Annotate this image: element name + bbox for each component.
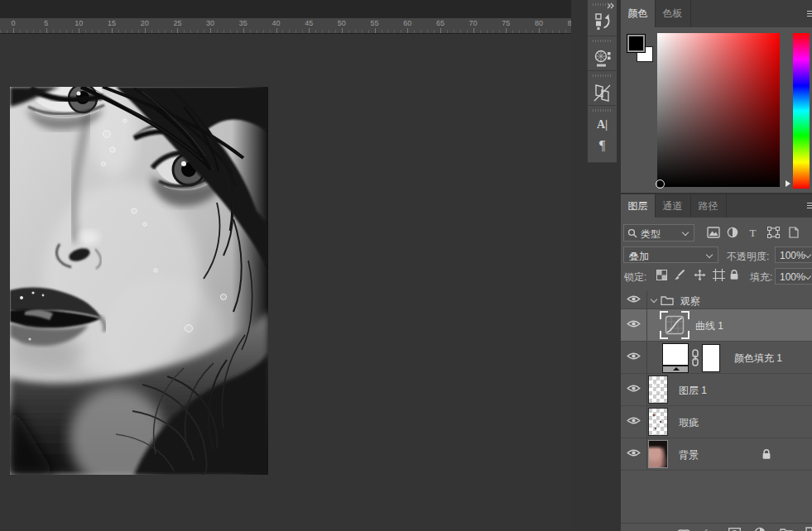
lock-image-pixels-icon[interactable] (674, 269, 685, 284)
threed-panel-icon[interactable] (593, 49, 612, 71)
ruler-tick (158, 30, 159, 33)
svg-text:fx: fx (704, 528, 711, 531)
photoshop-window: { "ruler": { "labels": ["0","5","10","15… (0, 0, 812, 531)
layer-visibility-toggle[interactable] (621, 374, 647, 405)
portrait-photo (10, 87, 268, 475)
tab-channels[interactable]: 通道 (655, 194, 691, 218)
ruler-tick (66, 30, 67, 33)
ruler-tick-label: 25 (173, 19, 181, 27)
ruler-tick (440, 28, 441, 33)
lock-transparent-pixels-icon[interactable] (656, 269, 667, 284)
curves-thumbnail[interactable] (660, 311, 689, 339)
type-layers-filter-icon[interactable]: T (747, 227, 758, 242)
panel-menu-icon[interactable] (807, 203, 812, 209)
layer-visibility-toggle[interactable] (621, 438, 647, 470)
ruler-tick (125, 30, 126, 33)
lock-label: 锁定: (624, 270, 646, 285)
svg-text:T: T (750, 227, 757, 238)
lock-artboard-icon[interactable] (713, 269, 725, 285)
layer-row[interactable]: 瑕疵 (621, 406, 812, 438)
ruler-tick (60, 30, 60, 33)
tab-paths[interactable]: 路径 (690, 194, 727, 218)
document-image[interactable] (10, 87, 268, 475)
paragraph-panel-icon[interactable]: ¶ (599, 138, 605, 153)
history-panel-icon[interactable] (593, 12, 612, 34)
ruler-tick-label: 65 (436, 19, 444, 27)
shape-layers-filter-icon[interactable] (767, 227, 780, 242)
ruler-tick (420, 30, 421, 33)
ruler-tick-label: 50 (338, 19, 346, 27)
panel-menu-icon[interactable] (807, 11, 812, 17)
ruler-tick (506, 28, 507, 33)
character-panel-icon[interactable]: A| (597, 118, 608, 132)
ruler-tick (263, 30, 264, 33)
layer-visibility-toggle[interactable] (621, 309, 647, 341)
layers-bottom-bar: fx (621, 523, 812, 531)
ruler-tick (237, 30, 238, 33)
grip-handle[interactable] (593, 74, 613, 77)
color-picker-ring[interactable] (656, 179, 665, 189)
grip-handle[interactable] (593, 109, 613, 112)
layer-mask-thumbnail[interactable] (702, 344, 720, 372)
layer-thumbnail[interactable] (648, 408, 668, 436)
link-layers-icon[interactable] (677, 527, 690, 531)
foreground-color-swatch[interactable] (627, 34, 646, 53)
ruler-tick-label: 15 (108, 19, 116, 27)
tab-swatches[interactable]: 色板 (655, 0, 691, 27)
ruler-tick (223, 30, 224, 33)
fill-layer-thumbnail[interactable] (662, 343, 689, 366)
grip-handle[interactable] (593, 3, 613, 6)
new-group-icon[interactable] (780, 527, 793, 531)
layer-thumbnail[interactable] (648, 440, 668, 468)
ruler-tick (105, 30, 106, 33)
new-adjustment-layer-icon[interactable] (754, 527, 766, 531)
blend-mode-select[interactable]: 叠加 (623, 246, 718, 263)
lock-all-icon[interactable] (729, 269, 739, 284)
layer-row[interactable]: 背景 (621, 438, 812, 471)
layer-comps-panel-icon[interactable] (593, 84, 612, 106)
link-mask-icon[interactable] (691, 349, 699, 369)
ruler-tick-label: 0 (11, 19, 15, 27)
hue-slider[interactable] (793, 33, 810, 189)
smart-objects-filter-icon[interactable] (789, 227, 799, 242)
ruler-tick (197, 30, 198, 33)
pixel-layers-filter-icon[interactable] (707, 227, 720, 242)
ruler-tick-label: 5 (44, 19, 48, 27)
lock-position-icon[interactable] (694, 269, 706, 285)
ruler-tick (355, 30, 356, 33)
ruler-tick (72, 30, 73, 33)
layer-row[interactable]: 图层 1 (621, 374, 812, 406)
horizontal-ruler[interactable]: 0510152025303540455055606570758085 (0, 18, 571, 34)
adjustment-layers-filter-icon[interactable] (727, 227, 738, 242)
new-layer-icon[interactable] (805, 527, 812, 531)
group-expander-icon[interactable] (651, 295, 657, 302)
layer-row[interactable]: 曲线 1 (621, 309, 812, 342)
tab-color[interactable]: 颜色 (621, 0, 656, 27)
layer-name: 背景 (679, 448, 699, 462)
hue-slider-pointer[interactable] (786, 180, 790, 187)
collapsed-panels-strip: A|¶ (588, 0, 617, 163)
document-viewport[interactable] (0, 34, 571, 531)
layer-style-icon[interactable]: fx (703, 527, 714, 531)
grip-handle[interactable] (593, 40, 613, 42)
layer-thumbnail[interactable] (648, 376, 668, 404)
layer-row[interactable]: 观察 (621, 291, 812, 309)
layer-visibility-toggle[interactable] (621, 406, 647, 438)
layers-panel: 图层 通道 路径 类型 T 叠加 不透明度: 100% 锁定: 填充: 100% (621, 194, 812, 531)
fill-input[interactable]: 100% (775, 268, 812, 285)
ruler-tick-label: 70 (469, 19, 478, 27)
ruler-tick (322, 30, 323, 33)
layer-visibility-toggle[interactable] (621, 291, 647, 309)
canvas-column: 0510152025303540455055606570758085 (0, 0, 571, 531)
saturation-brightness-field[interactable] (657, 33, 780, 187)
layer-row[interactable]: 颜色填充 1 (621, 342, 812, 374)
add-layer-mask-icon[interactable] (728, 527, 741, 531)
tab-layers[interactable]: 图层 (621, 194, 656, 218)
opacity-input[interactable]: 100% (775, 246, 812, 263)
layer-visibility-toggle[interactable] (621, 342, 647, 373)
layer-filter-type-select[interactable]: 类型 (623, 224, 694, 242)
ruler-tick-label: 40 (271, 19, 280, 27)
ruler-tick (539, 28, 540, 33)
layer-name: 瑕疵 (679, 416, 699, 430)
eye-icon (627, 294, 641, 306)
